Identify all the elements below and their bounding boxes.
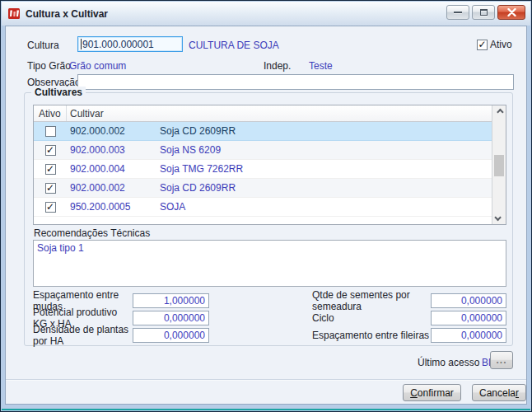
- ativo-checkbox-group: Ativo: [477, 39, 512, 50]
- close-icon: [507, 8, 516, 16]
- table-row[interactable]: 902.000.002Soja CD 2609RR: [34, 122, 492, 141]
- metric-input[interactable]: 0,000000: [431, 328, 506, 343]
- app-logo-icon: [8, 7, 21, 20]
- metric-input[interactable]: 0,000000: [431, 311, 506, 325]
- row-ativo-checkbox[interactable]: [45, 164, 56, 175]
- recomendacoes-label: Recomendações Técnicas: [34, 227, 150, 239]
- cultivares-group-title: Cultivares: [31, 87, 86, 98]
- metric-row: Densidade de plantas por HA0,000000: [33, 328, 209, 343]
- table-header: Ativo Cultivar: [34, 105, 492, 122]
- row-ativo-cell: [34, 126, 67, 137]
- cultivares-groupbox: Cultivares Ativo Cultivar 902.000.002Soj…: [24, 92, 513, 346]
- observacao-input[interactable]: [77, 74, 514, 90]
- row-ativo-checkbox[interactable]: [45, 183, 56, 194]
- window-controls: [446, 5, 525, 20]
- scroll-up-button[interactable]: [492, 105, 506, 119]
- title-bar[interactable]: Cultura x Cultivar: [2, 2, 530, 26]
- cultivar-code: 902.000.004: [67, 163, 160, 175]
- column-header-ativo[interactable]: Ativo: [34, 105, 67, 121]
- scrollbar-thumb[interactable]: [494, 155, 504, 176]
- cultivar-name: Soja CD 2609RR: [160, 182, 492, 194]
- row-ativo-cell: [34, 164, 67, 175]
- cultura-value: 901.000.000001: [82, 39, 154, 50]
- vertical-scrollbar[interactable]: [492, 105, 506, 224]
- ultimo-acesso-label: Último acesso: [418, 357, 479, 368]
- row-ativo-cell: [34, 183, 67, 194]
- ativo-label: Ativo: [490, 39, 512, 50]
- cultivar-table-body: 902.000.002Soja CD 2609RR902.000.003Soja…: [34, 122, 492, 224]
- cancel-button[interactable]: Cancelar: [472, 384, 526, 401]
- metrics-right-column: Qtde de sementes por semeadura0,000000Ci…: [312, 293, 506, 345]
- metric-row: Qtde de sementes por semeadura0,000000: [312, 293, 506, 308]
- tipo-grao-value[interactable]: Grão comum: [69, 60, 126, 72]
- row-ativo-checkbox[interactable]: [45, 145, 56, 156]
- close-button[interactable]: [497, 5, 525, 20]
- ativo-checkbox[interactable]: [477, 40, 488, 50]
- cultivar-name: SOJA: [160, 201, 492, 213]
- recomendacoes-textarea[interactable]: Soja tipo 1: [33, 240, 506, 287]
- maximize-button[interactable]: [472, 5, 495, 20]
- metric-label: Qtde de sementes por semeadura: [312, 289, 431, 312]
- window-title: Cultura x Cultivar: [26, 8, 108, 20]
- table-row[interactable]: 950.200.0005SOJA: [34, 198, 492, 217]
- metric-label: Densidade de plantas por HA: [33, 324, 133, 347]
- cultivar-name: Soja CD 2609RR: [160, 125, 492, 137]
- cultivar-code: 950.200.0005: [67, 201, 160, 213]
- cultivar-code: 902.000.002: [67, 125, 160, 137]
- metric-label: Ciclo: [312, 312, 431, 324]
- table-row[interactable]: 902.000.003Soja NS 6209: [34, 141, 492, 160]
- cultivar-name: Soja TMG 7262RR: [160, 163, 492, 175]
- tipo-grao-label: Tipo Grão: [27, 60, 71, 72]
- metric-input[interactable]: 0,000000: [133, 328, 209, 343]
- row-ativo-cell: [34, 202, 67, 213]
- table-row[interactable]: 902.000.002Soja CD 2609RR: [34, 179, 492, 198]
- chevron-up-icon: [497, 109, 503, 115]
- row-ativo-checkbox[interactable]: [45, 126, 56, 137]
- cultivar-code: 902.000.003: [67, 144, 160, 156]
- indep-value[interactable]: Teste: [309, 60, 333, 72]
- column-header-cultivar[interactable]: Cultivar: [67, 108, 492, 119]
- metric-input[interactable]: 0,000000: [133, 311, 209, 325]
- cultivares-table: Ativo Cultivar 902.000.002Soja CD 2609RR…: [33, 105, 506, 225]
- metrics-left-column: Espaçamento entre mudas1,000000Potencial…: [33, 293, 209, 345]
- scroll-down-button[interactable]: [492, 211, 506, 224]
- footer-divider: [6, 379, 526, 381]
- minimize-icon: [454, 12, 462, 14]
- row-ativo-checkbox[interactable]: [45, 202, 56, 213]
- text-caret: [81, 39, 82, 49]
- row-ativo-cell: [34, 145, 67, 156]
- cultura-label: Cultura: [27, 40, 59, 51]
- dialog-body: Cultura 901.000.000001 CULTURA DE SOJA A…: [5, 26, 527, 405]
- cultura-description: CULTURA DE SOJA: [189, 40, 279, 51]
- metric-input[interactable]: 0,000000: [431, 293, 506, 308]
- chevron-down-icon: [494, 214, 501, 221]
- metric-label: Espaçamento entre fileiras: [312, 330, 431, 341]
- metric-input[interactable]: 1,000000: [133, 293, 209, 308]
- table-row[interactable]: 902.000.004Soja TMG 7262RR: [34, 160, 492, 179]
- recomendacoes-value: Soja tipo 1: [37, 242, 84, 254]
- cultivar-code: 902.000.002: [67, 182, 160, 194]
- minimize-button[interactable]: [446, 5, 469, 20]
- indep-label: Indep.: [264, 60, 291, 72]
- cultivar-name: Soja NS 6209: [160, 144, 492, 156]
- maximize-icon: [480, 9, 488, 16]
- dialog-window: Cultura x Cultivar Cultura 901.000.00000…: [0, 0, 532, 412]
- metric-row: Espaçamento entre fileiras0,000000: [312, 328, 506, 343]
- browse-button[interactable]: ...: [490, 351, 513, 369]
- confirm-button[interactable]: Confirmar: [403, 384, 461, 401]
- cultura-input[interactable]: 901.000.000001: [77, 36, 183, 52]
- metric-row: Ciclo0,000000: [312, 311, 506, 325]
